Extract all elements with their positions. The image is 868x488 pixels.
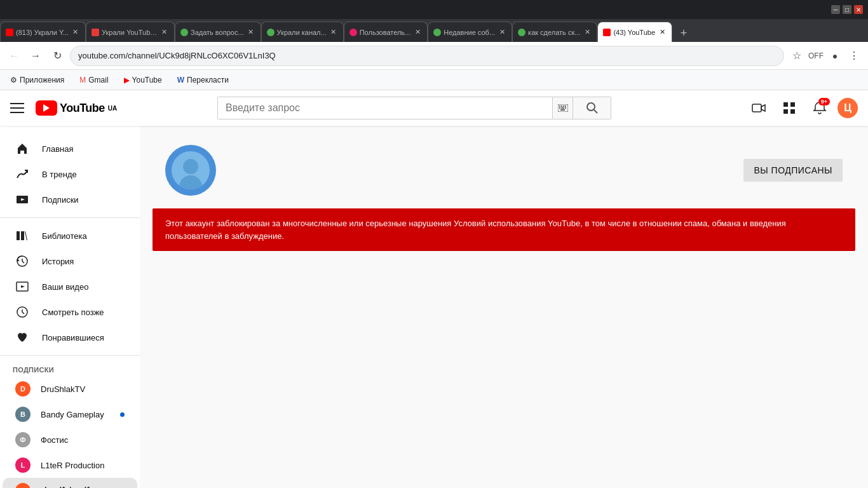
subscribe-button[interactable]: ВЫ ПОДПИСАНЫ	[743, 159, 843, 182]
tab-close-7[interactable]: ✕	[583, 28, 592, 37]
browser-tab-6[interactable]: Недавние соб... ✕	[428, 22, 512, 42]
channel-avatar-fostis: Ф	[15, 432, 31, 447]
tab-close-5[interactable]: ✕	[413, 28, 422, 37]
bookmarks-bar: ⚙ Приложения M Gmail ▶ YouTube W Перекла…	[0, 70, 868, 90]
tab-close-6[interactable]: ✕	[498, 28, 506, 37]
sidebar-channel-drushlaktv[interactable]: D DruShlakTV	[3, 376, 137, 402]
back-button[interactable]: ←	[5, 47, 23, 65]
bookmark-gmail[interactable]: M Gmail	[74, 74, 113, 86]
youtube-sidebar: Главная В тренде Подписки	[0, 126, 140, 488]
subscriptions-section-label: ПОДПИСКИ	[0, 361, 140, 376]
svg-marker-23	[21, 285, 25, 288]
bookmark-translate[interactable]: W Перекласти	[172, 74, 234, 86]
subscriptions-icon	[15, 193, 29, 207]
hamburger-menu[interactable]	[10, 100, 25, 116]
svg-rect-5	[559, 107, 560, 109]
browser-tab-2[interactable]: Украли YouTube... ✕	[86, 22, 175, 42]
sidebar-item-home[interactable]: Главная	[3, 136, 137, 161]
refresh-button[interactable]: ↻	[48, 47, 66, 65]
more-button[interactable]: ⋮	[845, 47, 863, 65]
svg-rect-14	[783, 109, 788, 114]
search-input-wrapper[interactable]	[217, 97, 553, 119]
tab-favicon-3	[180, 29, 188, 36]
history-icon	[15, 254, 29, 268]
youtube-content: ВЫ ПОДПИСАНЫ Этот аккаунт заблокирован з…	[140, 126, 868, 488]
tab-title-7: как сделать ск...	[528, 29, 580, 36]
new-tab-button[interactable]: +	[675, 24, 693, 42]
sidebar-item-library[interactable]: Библиотека	[3, 223, 137, 248]
channel-avatar-body	[179, 175, 202, 189]
youtube-logo-icon	[36, 100, 57, 116]
extensions-button[interactable]: OFF	[807, 47, 825, 65]
tab-favicon-2	[92, 29, 99, 36]
youtube-logo-ua: UA	[108, 105, 117, 112]
translate-icon: W	[177, 76, 184, 85]
tab-close-8[interactable]: ✕	[658, 28, 667, 37]
search-keyboard-icon[interactable]	[553, 97, 573, 119]
bookmark-apps[interactable]: ⚙ Приложения	[5, 74, 69, 86]
svg-rect-13	[790, 102, 795, 107]
search-bar	[217, 97, 611, 119]
tab-favicon-1	[6, 29, 13, 36]
sidebar-channel-l1ter[interactable]: L L1teR Production	[3, 452, 137, 478]
tab-title-6: Недавние соб...	[444, 29, 495, 36]
tab-favicon-6	[433, 29, 441, 36]
home-icon	[15, 142, 29, 156]
bookmark-youtube-label: YouTube	[132, 76, 162, 85]
browser-tab-4[interactable]: Украли канал... ✕	[261, 22, 344, 42]
minimize-button[interactable]: ─	[831, 5, 840, 14]
svg-rect-18	[17, 231, 20, 240]
bookmark-youtube[interactable]: ▶ YouTube	[119, 74, 167, 86]
browser-tab-8[interactable]: (43) YouTube ✕	[597, 22, 672, 42]
channel-avatar-drushlaktv: D	[15, 381, 31, 396]
forward-button[interactable]: →	[27, 47, 44, 65]
user-avatar[interactable]: Ц	[837, 98, 858, 118]
channel-name-fostis: Фостис	[41, 435, 68, 445]
create-video-button[interactable]	[746, 95, 771, 121]
sidebar-trending-label: В тренде	[42, 170, 77, 179]
sidebar-channel-fostis[interactable]: Ф Фостис	[3, 427, 137, 452]
address-bar[interactable]: youtube.com/channel/UCk9d8jRNLcO6XC06V1L…	[70, 46, 784, 66]
sidebar-library-section: Библиотека История Ваши видео	[0, 218, 140, 356]
sidebar-channel-odoad[interactable]: オ オードオード	[3, 478, 137, 488]
sidebar-item-watch-later[interactable]: Смотреть позже	[3, 299, 137, 325]
tab-close-1[interactable]: ✕	[71, 28, 80, 37]
browser-tab-7[interactable]: как сделать ск... ✕	[512, 22, 597, 42]
notifications-button[interactable]: 9+	[807, 95, 832, 121]
youtube-logo[interactable]: YouTubeUA	[36, 100, 117, 116]
sidebar-item-subscriptions[interactable]: Подписки	[3, 187, 137, 212]
browser-tab-5[interactable]: Пользователь... ✕	[344, 22, 428, 42]
sidebar-channel-bandy[interactable]: B Bandy Gameplay	[3, 402, 137, 427]
profile-circle[interactable]: ●	[826, 47, 844, 65]
close-button[interactable]: ✕	[854, 5, 863, 14]
svg-rect-11	[752, 104, 761, 112]
tab-close-2[interactable]: ✕	[160, 28, 169, 37]
channel-avatar-odoad: オ	[15, 483, 31, 488]
search-input[interactable]	[226, 102, 545, 114]
sidebar-main-section: Главная В тренде Подписки	[0, 131, 140, 218]
browser-tab-3[interactable]: Задать вопрос... ✕	[175, 22, 261, 42]
apps-grid-button[interactable]	[776, 95, 802, 121]
bookmark-button[interactable]: ☆	[788, 47, 806, 65]
channel-avatar-person	[179, 159, 202, 189]
hamburger-line-2	[10, 107, 24, 109]
svg-rect-3	[563, 105, 564, 107]
search-button[interactable]	[573, 97, 611, 119]
tab-close-3[interactable]: ✕	[247, 28, 255, 37]
channel-avatar-large	[165, 145, 216, 196]
svg-rect-1	[559, 105, 560, 107]
svg-rect-19	[21, 231, 24, 240]
browser-tab-1[interactable]: (813) Украли Y... ✕	[0, 22, 86, 42]
svg-rect-15	[790, 109, 795, 114]
sidebar-item-liked[interactable]: Понравившиеся	[3, 325, 137, 350]
svg-rect-8	[560, 109, 565, 111]
svg-rect-12	[783, 102, 788, 107]
sidebar-item-history[interactable]: История	[3, 248, 137, 274]
sidebar-item-trending[interactable]: В тренде	[3, 161, 137, 187]
sidebar-item-your-videos[interactable]: Ваши видео	[3, 274, 137, 299]
maximize-button[interactable]: □	[843, 5, 851, 14]
apps-icon: ⚙	[10, 76, 17, 85]
tab-title-5: Пользователь...	[360, 29, 411, 36]
channel-avatar-inner	[172, 151, 210, 189]
tab-close-4[interactable]: ✕	[329, 28, 338, 37]
